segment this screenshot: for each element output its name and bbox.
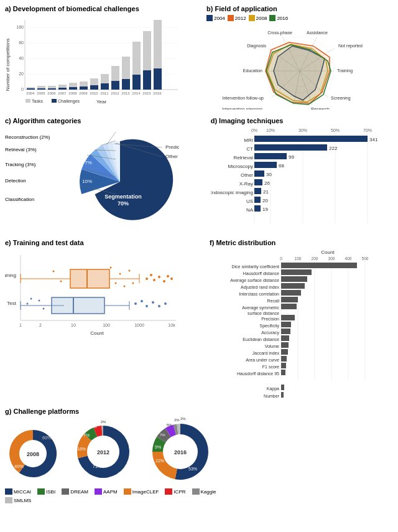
legend-2008: 2008 [249,15,267,21]
svg-text:Hausdorff distance: Hausdorff distance [243,271,279,276]
svg-text:Number: Number [264,394,280,398]
legend-label-2012: 2012 [235,16,246,21]
donut-2008-wrap: 2008 60% 40% [5,426,61,478]
svg-text:Area under curve: Area under curve [246,358,279,362]
svg-point-143 [39,300,40,302]
svg-text:Euclidean distance: Euclidean distance [243,337,279,342]
training-dot-4 [158,276,160,278]
training-box [70,269,109,288]
svg-text:Adjusted rand index: Adjusted rand index [241,285,279,290]
hbar-mri [254,136,368,142]
metric-bar-avg-surface [281,276,307,282]
svg-text:40%: 40% [14,464,24,469]
svg-text:Training: Training [5,273,16,278]
hbar-chart-svg: 0% 10% 30% 50% 70% MRI 341 CT 222 [211,127,391,231]
panel-f-title: f) Metric distribution [210,239,393,246]
svg-text:Accuracy: Accuracy [261,330,279,335]
svg-rect-29 [101,83,109,90]
svg-text:71%: 71% [93,464,101,469]
svg-text:200: 200 [312,256,318,261]
label-retrieval: Retrieval (3%) [5,147,37,152]
training-scatter-6 [124,286,126,287]
svg-text:Average surface distance: Average surface distance [230,278,279,283]
svg-rect-47 [25,99,30,103]
svg-text:100: 100 [295,256,302,261]
page: a) Development of biomedical challenges … [0,0,398,515]
svg-text:Research: Research [311,107,330,110]
svg-text:68: 68 [279,163,284,169]
svg-point-150 [152,301,154,304]
svg-text:160: 160 [16,25,24,29]
training-scatter-8 [132,282,134,284]
svg-text:2012: 2012 [97,449,109,455]
svg-text:70%: 70% [118,200,129,207]
svg-text:50%: 50% [331,128,340,133]
metric-bar-recall [281,297,298,302]
svg-text:1: 1 [19,323,22,327]
boxplot-svg: 1 2 10 100 1000 10k Count Training Test [5,249,185,339]
svg-text:2011: 2011 [100,91,109,95]
svg-text:2: 2 [39,323,42,327]
legend-2012: 2012 [228,15,246,21]
svg-point-151 [158,305,160,307]
svg-text:30: 30 [266,172,272,177]
row-1: a) Development of biomedical challenges … [5,5,393,111]
svg-text:Tasks: Tasks [32,99,43,103]
legend-dot-2012 [228,15,234,21]
svg-rect-44 [154,68,162,90]
svg-text:2008: 2008 [27,451,39,457]
svg-text:22%: 22% [155,459,164,463]
radar-legend: 2004 2012 2008 2016 [206,15,393,21]
svg-text:Year: Year [96,99,107,105]
svg-rect-49 [52,99,57,103]
svg-text:16%: 16% [77,447,86,451]
svg-text:Jaccard index: Jaccard index [252,351,280,355]
svg-rect-20 [69,87,77,90]
bar-challenge-2004 [27,88,35,90]
svg-text:5%: 5% [91,425,97,429]
svg-text:Count: Count [321,250,335,255]
svg-text:7%: 7% [160,433,165,437]
svg-text:NA: NA [246,207,254,213]
svg-text:0: 0 [21,87,24,91]
svg-text:2%: 2% [174,418,180,422]
svg-text:2005: 2005 [37,91,45,95]
svg-text:2016: 2016 [153,91,162,95]
metric-bar-hausdorff [281,269,312,275]
legend-dot-2008 [249,15,255,21]
svg-text:Hausdorff distance 95: Hausdorff distance 95 [237,371,279,376]
panel-b-title: b) Field of application [206,5,393,12]
svg-text:Segmentation: Segmentation [104,194,142,200]
svg-text:7%: 7% [83,433,90,437]
svg-text:Diagnosis: Diagnosis [247,44,266,49]
svg-text:CT: CT [246,146,253,152]
svg-point-148 [141,300,143,302]
svg-text:2007: 2007 [58,91,67,95]
svg-text:10%: 10% [266,128,275,133]
svg-text:Other (3%): Other (3%) [165,154,179,159]
svg-point-145 [27,303,29,305]
svg-rect-35 [122,79,130,90]
svg-text:Assistance: Assistance [307,30,328,35]
svg-text:Not reported: Not reported [338,44,363,49]
svg-text:Kappa: Kappa [267,386,279,391]
hbar-microscopy [254,162,277,168]
svg-text:53%: 53% [188,467,197,471]
svg-text:20: 20 [19,72,24,76]
svg-text:Cross-phase: Cross-phase [267,30,292,35]
test-box [52,297,104,314]
svg-point-147 [134,302,137,305]
svg-text:Interclass correlation: Interclass correlation [239,292,279,296]
training-scatter-2 [60,281,62,282]
svg-text:10: 10 [71,323,76,327]
donut-2012-wrap: 2012 71% 16% 7% 5% 2% [71,419,136,485]
metric-bar-hausdorff95 [281,370,285,375]
legend-label-2016: 2016 [277,16,288,21]
training-scatter-7 [129,270,131,272]
metric-bar-auc [281,356,287,362]
svg-text:Prediction (2%): Prediction (2%) [165,144,179,150]
panel-f: f) Metric distribution Count 0 100 200 3… [210,239,393,401]
svg-text:Count: Count [90,330,104,336]
chart-a: Number of competitions 0 20 40 80 160 20… [5,15,179,107]
metric-bar-f1 [281,363,286,368]
